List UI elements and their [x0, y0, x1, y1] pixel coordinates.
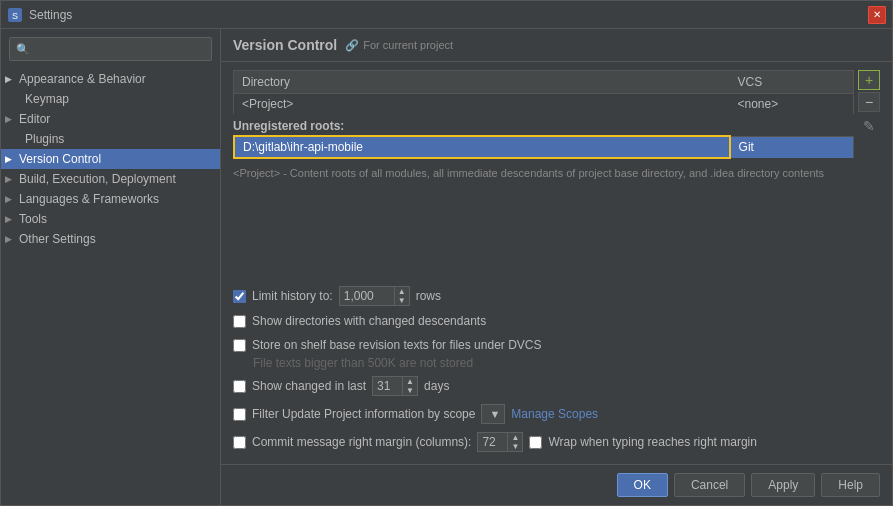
sidebar-item-label: Plugins [25, 132, 64, 146]
cancel-button[interactable]: Cancel [674, 473, 745, 497]
show-directories-label: Show directories with changed descendant… [252, 314, 486, 328]
row-vcs: <none> [730, 94, 854, 115]
option-store-shelf: Store on shelf base revision texts for f… [233, 334, 880, 356]
ok-button[interactable]: OK [617, 473, 668, 497]
store-shelf-label: Store on shelf base revision texts for f… [252, 338, 541, 352]
app-icon: S [7, 7, 23, 23]
unregistered-row[interactable]: D:\gitlab\ihr-api-mobile Git [234, 136, 854, 158]
sidebar-item-languages[interactable]: ▶ Languages & Frameworks [1, 189, 220, 209]
commit-margin-spinner: ▲ ▼ [507, 432, 523, 452]
sidebar-item-label: Version Control [19, 152, 101, 166]
option-filter-update: Filter Update Project information by sco… [233, 400, 880, 428]
sidebar-item-keymap[interactable]: Keymap [1, 89, 220, 109]
option-show-changed: Show changed in last ▲ ▼ days [233, 372, 880, 400]
spinner-down[interactable]: ▼ [395, 296, 409, 305]
col-vcs: VCS [730, 71, 854, 94]
search-input[interactable] [34, 42, 205, 56]
show-changed-suffix: days [424, 379, 449, 393]
spinner-up[interactable]: ▲ [395, 287, 409, 296]
sidebar: 🔍 ▶ Appearance & Behavior Keymap ▶ Edito… [1, 29, 221, 505]
edit-button[interactable]: ✎ [858, 116, 880, 136]
show-changed-spinner: ▲ ▼ [402, 376, 418, 396]
limit-history-suffix: rows [416, 289, 441, 303]
manage-scopes-link[interactable]: Manage Scopes [511, 407, 598, 421]
sidebar-item-label: Other Settings [19, 232, 96, 246]
show-changed-checkbox[interactable] [233, 380, 246, 393]
subtitle-icon: 🔗 [345, 39, 359, 52]
spinner-up[interactable]: ▲ [403, 377, 417, 386]
panel-header: Version Control 🔗 For current project [221, 29, 892, 62]
panel-subtitle: 🔗 For current project [345, 39, 453, 52]
sidebar-item-label: Appearance & Behavior [19, 72, 146, 86]
chevron-down-icon: ▼ [489, 408, 500, 420]
sidebar-item-label: Build, Execution, Deployment [19, 172, 176, 186]
option-commit-margin: Commit message right margin (columns): ▲… [233, 428, 880, 456]
sidebar-item-label: Editor [19, 112, 50, 126]
unregistered-label: Unregistered roots: [233, 115, 854, 135]
table-actions: + − ✎ [858, 70, 880, 136]
limit-history-label: Limit history to: [252, 289, 333, 303]
window-title: Settings [29, 8, 868, 22]
sidebar-item-plugins[interactable]: Plugins [1, 129, 220, 149]
arrow-icon: ▶ [5, 174, 17, 184]
store-shelf-sublabel: File texts bigger than 500K are not stor… [233, 356, 880, 370]
info-text: <Project> - Content roots of all modules… [233, 159, 880, 188]
limit-history-input[interactable] [339, 286, 394, 306]
spinner-down[interactable]: ▼ [508, 442, 522, 451]
spinner-up[interactable]: ▲ [508, 433, 522, 442]
sidebar-item-appearance[interactable]: ▶ Appearance & Behavior [1, 69, 220, 89]
scope-dropdown[interactable]: ▼ [481, 404, 505, 424]
show-changed-input[interactable] [372, 376, 402, 396]
subtitle-text: For current project [363, 39, 453, 51]
arrow-icon: ▶ [5, 234, 17, 244]
unregistered-table: D:\gitlab\ihr-api-mobile Git [233, 135, 854, 159]
sidebar-item-label: Tools [19, 212, 47, 226]
sidebar-item-build[interactable]: ▶ Build, Execution, Deployment [1, 169, 220, 189]
arrow-icon: ▶ [5, 74, 17, 84]
option-show-directories: Show directories with changed descendant… [233, 310, 880, 332]
commit-margin-label: Commit message right margin (columns): [252, 435, 471, 449]
table-row[interactable]: <Project> <none> [234, 94, 854, 115]
add-button[interactable]: + [858, 70, 880, 90]
title-bar: S Settings ✕ [1, 1, 892, 29]
sidebar-item-editor[interactable]: ▶ Editor [1, 109, 220, 129]
options-section: Limit history to: ▲ ▼ rows Show director… [221, 282, 892, 464]
remove-button[interactable]: − [858, 92, 880, 112]
arrow-icon: ▶ [5, 194, 17, 204]
close-button[interactable]: ✕ [868, 6, 886, 24]
sidebar-item-version-control[interactable]: ▶ Version Control [1, 149, 220, 169]
table-area: Directory VCS <Project> <none> [233, 70, 880, 159]
arrow-icon: ▶ [5, 214, 17, 224]
sidebar-item-tools[interactable]: ▶ Tools [1, 209, 220, 229]
option-limit-history: Limit history to: ▲ ▼ rows [233, 282, 880, 310]
arrow-icon: ▶ [5, 154, 17, 164]
show-directories-checkbox[interactable] [233, 315, 246, 328]
row-directory: <Project> [234, 94, 730, 115]
apply-button[interactable]: Apply [751, 473, 815, 497]
footer: OK Cancel Apply Help [221, 464, 892, 505]
sidebar-item-label: Languages & Frameworks [19, 192, 159, 206]
svg-text:S: S [12, 11, 18, 21]
wrap-checkbox[interactable] [529, 436, 542, 449]
option-store-shelf-wrap: Store on shelf base revision texts for f… [233, 332, 880, 372]
sidebar-item-other[interactable]: ▶ Other Settings [1, 229, 220, 249]
commit-margin-checkbox[interactable] [233, 436, 246, 449]
help-button[interactable]: Help [821, 473, 880, 497]
store-shelf-checkbox[interactable] [233, 339, 246, 352]
arrow-icon: ▶ [5, 114, 17, 124]
limit-history-spinner: ▲ ▼ [394, 286, 410, 306]
commit-margin-input[interactable] [477, 432, 507, 452]
show-changed-label: Show changed in last [252, 379, 366, 393]
search-icon: 🔍 [16, 43, 30, 56]
filter-update-checkbox[interactable] [233, 408, 246, 421]
col-directory: Directory [234, 71, 730, 94]
unregistered-vcs: Git [730, 136, 854, 158]
main-panel: Version Control 🔗 For current project Di… [221, 29, 892, 505]
table-container: Directory VCS <Project> <none> [233, 70, 854, 159]
store-shelf-note: File texts bigger than 500K are not stor… [253, 356, 473, 370]
search-box[interactable]: 🔍 [9, 37, 212, 61]
spinner-down[interactable]: ▼ [403, 386, 417, 395]
filter-update-label: Filter Update Project information by sco… [252, 407, 475, 421]
limit-history-checkbox[interactable] [233, 290, 246, 303]
vcs-section: Directory VCS <Project> <none> [221, 62, 892, 282]
